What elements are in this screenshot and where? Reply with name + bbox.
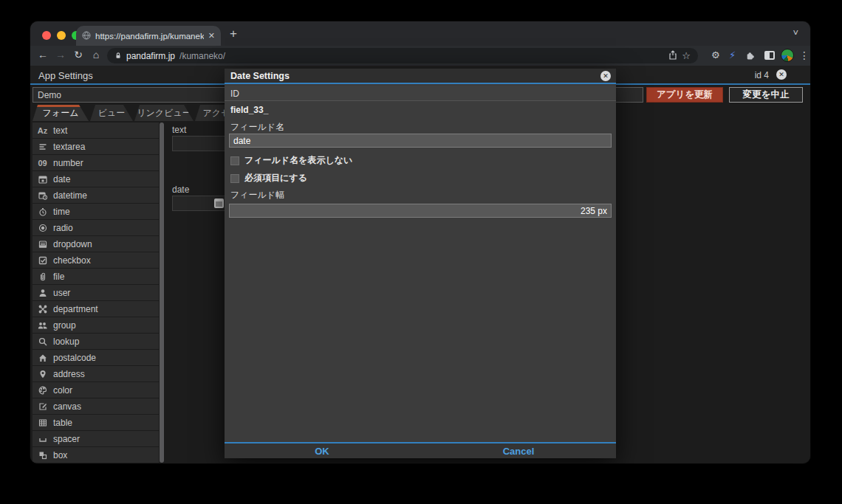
kebab-menu-icon[interactable]: ⋮ — [799, 49, 810, 61]
dialog-close-icon[interactable]: ✕ — [600, 71, 611, 81]
sidebar-item-dropdown[interactable]: dropdown — [32, 236, 159, 252]
url-path: /kumaneko/ — [179, 51, 225, 61]
user-icon — [37, 289, 48, 297]
ok-button[interactable]: OK — [292, 446, 352, 457]
favicon-globe-icon — [82, 30, 91, 43]
record-id-badge: id 4 — [755, 70, 769, 80]
sidebar-item-time[interactable]: time — [32, 204, 159, 219]
sidebar-item-box[interactable]: box — [32, 447, 159, 463]
tab-linkview[interactable]: リンクビュー — [134, 105, 194, 121]
sidebar-item-datetime[interactable]: datetime — [32, 187, 159, 203]
field-name-label: フィールド名 — [230, 121, 284, 134]
zap-extension-icon[interactable]: ⚡ — [729, 49, 736, 61]
sidebar-item-textarea[interactable]: textarea — [32, 139, 159, 154]
bookmark-star-icon[interactable]: ☆ — [682, 50, 691, 61]
group-icon — [37, 321, 48, 330]
sidebar-item-canvas[interactable]: canvas — [32, 398, 159, 414]
canvas-field-label: date — [172, 184, 189, 195]
update-app-button[interactable]: アプリを更新 — [646, 87, 723, 103]
text-icon: Az — [37, 126, 48, 135]
puzzle-extensions-icon[interactable] — [745, 51, 755, 63]
radio-icon — [37, 224, 48, 232]
browser-toolbar: ← → ↻ ⌂ pandafirm.jp/kumaneko/ ☆ ⚙ ⚡ — [30, 46, 810, 66]
traffic-light-close[interactable] — [42, 31, 51, 40]
tab-title: https://pandafirm.jp/kumaneko — [95, 32, 204, 41]
textarea-icon — [37, 142, 48, 151]
sidebar-item-department[interactable]: department — [32, 301, 159, 317]
file-paperclip-icon — [37, 272, 48, 281]
app-close-icon[interactable]: ✕ — [776, 69, 787, 80]
discard-changes-button[interactable]: 変更を中止 — [729, 87, 803, 103]
table-grid-icon — [37, 418, 48, 427]
canvas-field-label: text — [172, 125, 186, 135]
time-icon — [37, 207, 48, 216]
browser-tab[interactable]: https://pandafirm.jp/kumaneko ✕ — [76, 26, 221, 46]
sidebar-item-text[interactable]: Aztext — [32, 122, 159, 138]
sidebar-item-file[interactable]: file — [32, 269, 159, 284]
department-icon — [37, 305, 48, 314]
sidebar-item-lookup[interactable]: lookup — [32, 334, 159, 349]
box-icon — [37, 451, 48, 460]
new-tab-button[interactable]: + — [230, 27, 237, 41]
sidebar-item-address[interactable]: address — [32, 366, 159, 382]
datetime-icon — [37, 191, 48, 200]
hide-field-name-checkbox[interactable] — [230, 156, 239, 165]
sidebar-item-color[interactable]: color — [32, 382, 159, 398]
address-pin-icon — [37, 370, 48, 379]
date-icon — [37, 175, 48, 184]
back-icon[interactable]: ← — [36, 49, 49, 61]
app-page: App Settings id 4 ✕ フォーム ビュー リンクビュー アクセス… — [30, 66, 810, 463]
sidebar-scrollbar[interactable] — [160, 122, 164, 463]
url-host: pandafirm.jp — [126, 51, 175, 61]
traffic-light-minimize[interactable] — [57, 31, 66, 40]
spacer-icon — [37, 435, 48, 443]
field-width-label: フィールド幅 — [230, 189, 284, 201]
gear-extension-icon[interactable]: ⚙ — [711, 49, 720, 61]
checkbox-icon — [37, 256, 48, 265]
field-name-input[interactable] — [229, 134, 612, 148]
dialog-header: Date Settings ✕ — [225, 69, 616, 84]
address-bar[interactable]: pandafirm.jp/kumaneko/ ☆ — [107, 48, 698, 63]
color-palette-icon — [37, 386, 48, 395]
sidebar-item-date[interactable]: date — [32, 171, 159, 187]
sidebar-item-number[interactable]: 09number — [32, 155, 159, 170]
reload-icon[interactable]: ↻ — [72, 49, 85, 61]
side-panel-icon[interactable] — [764, 51, 775, 60]
required-label: 必須項目にする — [244, 172, 307, 184]
profile-avatar[interactable] — [781, 49, 794, 62]
sidebar-item-user[interactable]: user — [32, 285, 159, 300]
tab-close-icon[interactable]: ✕ — [208, 32, 215, 40]
id-label: ID — [230, 89, 239, 99]
dropdown-icon — [37, 240, 48, 249]
tab-form[interactable]: フォーム — [32, 105, 89, 121]
cancel-button[interactable]: Cancel — [489, 446, 548, 457]
browser-tabstrip: https://pandafirm.jp/kumaneko ✕ + ˅ — [30, 21, 810, 46]
hide-field-name-label: フィールド名を表示しない — [244, 154, 352, 167]
sidebar-item-group[interactable]: group — [32, 317, 159, 333]
hide-field-name-checkbox-row[interactable]: フィールド名を表示しない — [230, 154, 352, 167]
browser-window: https://pandafirm.jp/kumaneko ✕ + ˅ ← → … — [30, 21, 810, 463]
share-icon[interactable] — [668, 49, 677, 63]
forward-icon[interactable]: → — [54, 49, 67, 61]
sidebar-item-table[interactable]: table — [32, 415, 159, 430]
date-settings-dialog: Date Settings ✕ ID field_33_ フィールド名 フィール… — [225, 69, 616, 458]
tab-overflow-chevron-icon[interactable]: ˅ — [793, 27, 798, 38]
dialog-footer: OK Cancel — [225, 442, 616, 458]
home-icon[interactable]: ⌂ — [89, 49, 103, 61]
sidebar-item-spacer[interactable]: spacer — [32, 431, 159, 446]
canvas-date-input[interactable] — [172, 196, 225, 211]
required-checkbox-row[interactable]: 必須項目にする — [230, 172, 307, 184]
postalcode-house-icon — [37, 353, 48, 362]
calendar-icon[interactable] — [214, 199, 224, 208]
dialog-title: Date Settings — [230, 71, 290, 81]
tab-view[interactable]: ビュー — [90, 105, 133, 121]
id-label-band: ID — [225, 86, 616, 101]
sidebar-item-postalcode[interactable]: postalcode — [32, 350, 159, 365]
required-checkbox[interactable] — [230, 174, 239, 183]
lock-icon — [114, 49, 122, 63]
sidebar-item-checkbox[interactable]: checkbox — [32, 252, 159, 268]
field-width-input[interactable] — [229, 204, 612, 218]
sidebar-item-radio[interactable]: radio — [32, 220, 159, 235]
id-value: field_33_ — [230, 105, 268, 115]
canvas-pencil-icon — [37, 402, 48, 411]
